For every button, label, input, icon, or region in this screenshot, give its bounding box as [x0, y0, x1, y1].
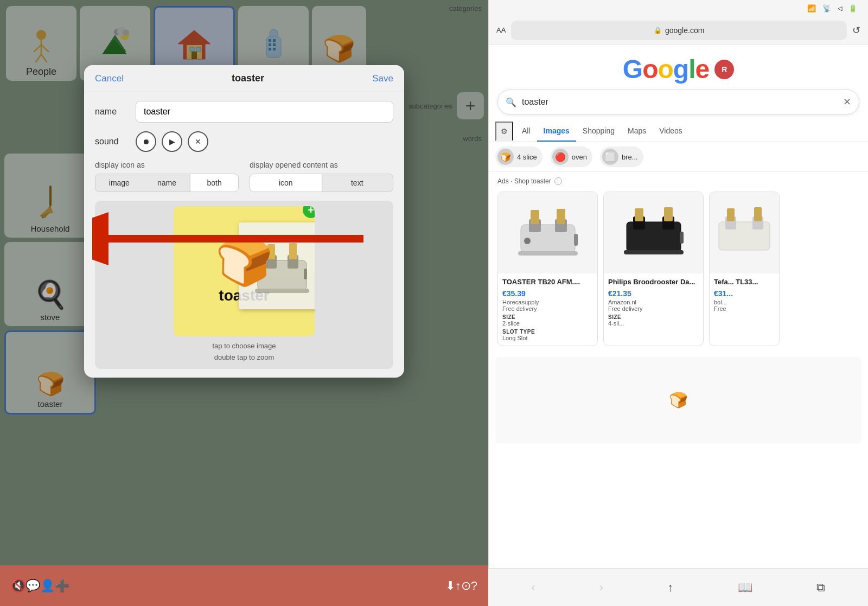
- tabs-button[interactable]: ⧉: [816, 581, 825, 595]
- google-g2: g: [673, 55, 688, 84]
- display-icon-group: display icon as image name both: [95, 161, 239, 192]
- google-l: l: [688, 55, 695, 84]
- modal-cancel-button[interactable]: Cancel: [95, 73, 124, 84]
- filter-tab-videos[interactable]: Videos: [653, 121, 689, 142]
- refresh-button[interactable]: ↺: [852, 24, 860, 36]
- bookmarks-button[interactable]: 📖: [738, 581, 752, 595]
- filter-tab-shopping[interactable]: Shopping: [576, 121, 621, 142]
- chat-button[interactable]: 💬: [25, 579, 40, 593]
- chip-bre-img: ⬜: [602, 149, 618, 165]
- image-preview-card[interactable]: 🍞: [174, 206, 315, 336]
- browser-nav-bar: ‹ › ↑ 📖 ⧉: [488, 568, 868, 606]
- display-section: display icon as image name both display …: [95, 161, 393, 192]
- info-icon[interactable]: i: [554, 177, 562, 185]
- share-action-button[interactable]: ↑: [667, 581, 673, 595]
- product-image-3: [710, 192, 779, 273]
- filter-icon-button[interactable]: ⚙: [495, 122, 513, 141]
- record-button[interactable]: ⏺: [136, 131, 156, 152]
- back-button[interactable]: ‹: [531, 581, 535, 595]
- modal-name-row: name: [95, 101, 393, 123]
- display-text-option-btn[interactable]: text: [322, 174, 393, 192]
- user-avatar[interactable]: R: [714, 60, 734, 79]
- preview-container: 🍞: [174, 206, 315, 336]
- address-field[interactable]: 🔒 google.com: [511, 21, 847, 40]
- browser-address-bar: AA 🔒 google.com ↺: [489, 16, 868, 44]
- add-image-plus[interactable]: +: [303, 206, 315, 218]
- mute-button[interactable]: 🔇: [11, 579, 25, 593]
- cartoon-toaster-icon: 🍞: [215, 239, 273, 285]
- filter-tab-maps[interactable]: Maps: [621, 121, 653, 142]
- svg-rect-60: [624, 250, 684, 254]
- forward-button[interactable]: ›: [599, 581, 603, 595]
- filter-tabs-row: ⚙ All Images Shopping Maps Videos: [489, 121, 868, 142]
- chip-4slice[interactable]: 🍞 4 slice: [495, 146, 542, 167]
- chip-4slice-label: 4 slice: [517, 153, 537, 161]
- product-price-2: €21.35: [608, 289, 699, 298]
- modal-sound-row: sound ⏺ ▶ ✕: [95, 131, 393, 152]
- display-icon-option-btn[interactable]: icon: [250, 174, 322, 192]
- display-icon-label: display icon as: [95, 161, 239, 169]
- name-input[interactable]: [136, 101, 393, 123]
- filter-tab-all[interactable]: All: [515, 121, 537, 142]
- modal-save-button[interactable]: Save: [372, 73, 393, 84]
- google-o2: o: [658, 55, 673, 84]
- download-button[interactable]: ⬇: [445, 579, 455, 593]
- left-panel: categories People: [0, 0, 488, 606]
- share-button[interactable]: ↑: [455, 579, 461, 593]
- display-both-btn[interactable]: both: [190, 174, 238, 192]
- display-icon-toggle: image name both: [95, 174, 239, 192]
- lock-icon: 🔒: [654, 27, 662, 34]
- ads-text: Ads · Shop toaster: [497, 177, 551, 185]
- user-button[interactable]: 👤: [40, 579, 55, 593]
- chip-bre[interactable]: ⬜ bre...: [600, 146, 643, 167]
- svg-rect-41: [255, 289, 309, 293]
- product1-toaster-svg: [515, 206, 580, 260]
- display-name-btn[interactable]: name: [143, 174, 191, 192]
- svg-rect-52: [518, 251, 578, 256]
- product-info-2: Philips Broodrooster Da... €21.35 Amazon…: [604, 273, 703, 331]
- sound-controls: ⏺ ▶ ✕: [136, 131, 208, 152]
- product-card-3[interactable]: Tefa... TL33... €31... bol... Free: [709, 192, 780, 346]
- svg-rect-59: [664, 207, 673, 221]
- svg-rect-50: [531, 210, 539, 224]
- display-content-toggle: icon text: [250, 174, 393, 192]
- bottom-toolbar: 🔇 💬 👤 ➕ ⬇ ↑ ⊙ ?: [0, 565, 488, 606]
- product-info-3: Tefa... TL33... €31... bol... Free: [710, 273, 779, 316]
- product-name-3: Tefa... TL33...: [714, 278, 775, 287]
- product-spec-label-1b: SLOT TYPE: [502, 329, 593, 335]
- product-delivery-1: Free delivery: [502, 305, 593, 312]
- play-button[interactable]: ▶: [162, 131, 182, 152]
- search-clear-button[interactable]: ✕: [843, 96, 851, 108]
- display-content-group: display opened content as icon text: [250, 161, 393, 192]
- aa-button[interactable]: AA: [496, 26, 506, 34]
- filter-tab-images[interactable]: Images: [537, 121, 576, 142]
- status-center: 📶 📡 ◁ 🔋: [807, 4, 857, 12]
- google-e: e: [695, 55, 709, 84]
- product-name-1: TOASTER TB20 AFM....: [502, 278, 593, 287]
- google-logo: Google R: [623, 54, 734, 84]
- product-seller-2: Amazon.nl: [608, 299, 699, 305]
- chip-oven[interactable]: 🔴 oven: [550, 146, 592, 167]
- product3-toaster-svg: [714, 206, 774, 260]
- product-card-1[interactable]: TOASTER TB20 AFM.... €35.39 Horecasupply…: [497, 192, 598, 346]
- product-image-2: [604, 192, 703, 273]
- thumbnail-chips-row: 🍞 4 slice 🔴 oven ⬜ bre...: [489, 142, 868, 172]
- battery-icon: 🔋: [848, 4, 857, 12]
- delete-sound-button[interactable]: ✕: [188, 131, 208, 152]
- display-image-btn[interactable]: image: [95, 174, 143, 192]
- product-spec-val-1b: Long Slot: [502, 335, 593, 341]
- ads-label: Ads · Shop toaster i: [489, 172, 868, 187]
- help-button[interactable]: ?: [471, 579, 477, 593]
- modal-title: toaster: [232, 73, 264, 84]
- product-spec-label-2a: SIZE: [608, 314, 699, 320]
- add-session-button[interactable]: ➕: [55, 579, 69, 593]
- toaster-edit-modal: Cancel toaster Save name sound ⏺ ▶ ✕: [84, 65, 404, 378]
- sound-label: sound: [95, 137, 136, 146]
- more-results-placeholder: 🍞: [495, 357, 861, 444]
- product-price-1: €35.39: [502, 289, 593, 298]
- svg-rect-51: [557, 209, 565, 224]
- more-button[interactable]: ⊙: [461, 579, 471, 593]
- product-spec-val-2a: 4-sli...: [608, 320, 699, 327]
- product-card-2[interactable]: Philips Broodrooster Da... €21.35 Amazon…: [603, 192, 704, 346]
- product-info-1: TOASTER TB20 AFM.... €35.39 Horecasupply…: [498, 273, 597, 346]
